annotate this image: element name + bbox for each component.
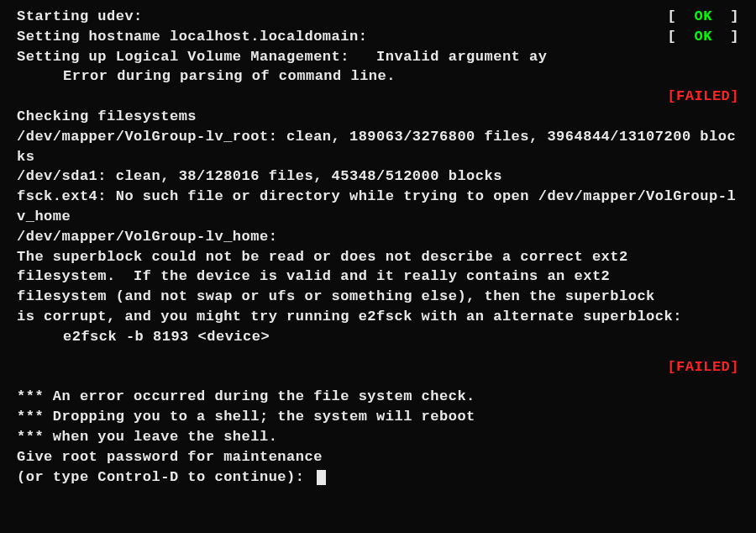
status-failed-badge: [FAILED] [638, 357, 739, 377]
boot-line-superblock-3: filesystem (and not swap or ufs or somet… [17, 287, 739, 307]
boot-line-error-msg-3: *** when you leave the shell. [17, 427, 739, 447]
boot-line-error-msg-1: *** An error occurred during the file sy… [17, 387, 739, 407]
boot-line-checking-fs: Checking filesystems [17, 107, 739, 127]
boot-line-lvhome: /dev/mapper/VolGroup-lv_home: [17, 227, 739, 247]
boot-text: Starting udev: [17, 7, 638, 27]
status-ok-badge: [ OK ] [638, 27, 739, 47]
cursor-icon [317, 470, 326, 485]
boot-line-sda1: /dev/sda1: clean, 38/128016 files, 45348… [17, 166, 739, 187]
boot-line-fsck-error: fsck.ext4: No such file or directory whi… [17, 187, 739, 227]
boot-text: Setting hostname localhost.localdomain: [17, 27, 638, 47]
boot-line-udev: Starting udev: [ OK ] [17, 7, 739, 27]
boot-line-prompt[interactable]: (or type Control-D to continue): [17, 467, 739, 488]
boot-line-e2fsck-cmd: e2fsck -b 8193 <device> [17, 327, 739, 347]
boot-line-lvm: Setting up Logical Volume Management: In… [17, 47, 739, 67]
status-failed-badge: [FAILED] [638, 87, 739, 107]
boot-line-superblock-2: filesystem. If the device is valid and i… [17, 266, 739, 287]
boot-line-lvm-error: Error during parsing of command line. [17, 66, 739, 87]
boot-line-lvroot: /dev/mapper/VolGroup-lv_root: clean, 189… [17, 127, 739, 167]
boot-line-failed-1: [FAILED] [17, 87, 739, 107]
boot-line-failed-2: [FAILED] [17, 357, 739, 377]
boot-line-superblock-4: is corrupt, and you might try running e2… [17, 307, 739, 327]
boot-line-root-pw: Give root password for maintenance [17, 447, 739, 467]
boot-line-error-msg-2: *** Dropping you to a shell; the system … [17, 407, 739, 427]
status-ok-badge: [ OK ] [638, 7, 739, 27]
boot-line-superblock-1: The superblock could not be read or does… [17, 247, 739, 267]
boot-line-hostname: Setting hostname localhost.localdomain: … [17, 27, 739, 47]
